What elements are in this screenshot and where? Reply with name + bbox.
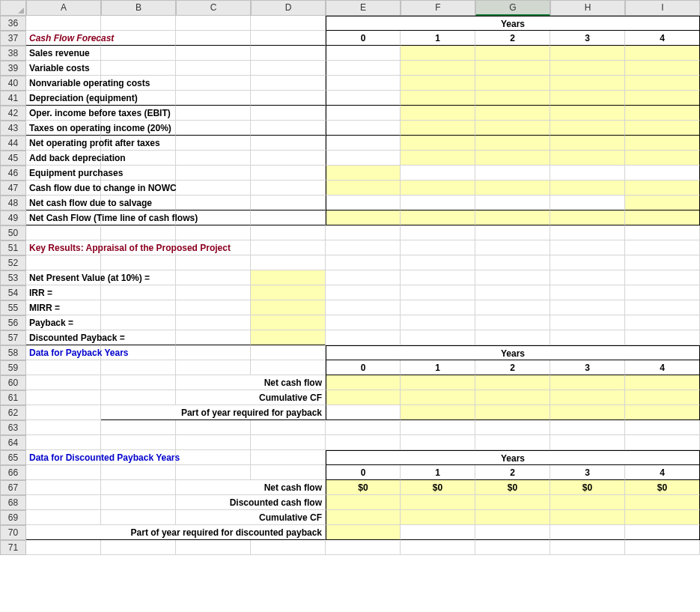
input-cell[interactable]	[625, 375, 700, 390]
cell[interactable]	[625, 330, 700, 345]
cell[interactable]	[326, 240, 401, 255]
input-cell[interactable]	[625, 46, 700, 61]
cell[interactable]	[401, 225, 475, 240]
row-header[interactable]: 67	[0, 480, 26, 495]
cell[interactable]	[251, 435, 326, 450]
input-cell[interactable]	[475, 106, 550, 121]
cell[interactable]	[176, 166, 251, 181]
cell[interactable]	[401, 255, 475, 270]
cell[interactable]	[251, 61, 326, 76]
cell[interactable]	[550, 196, 625, 210]
input-cell[interactable]	[625, 61, 700, 76]
row-label[interactable]: Add back depreciation	[26, 151, 101, 166]
cell[interactable]	[101, 315, 176, 330]
input-cell[interactable]	[401, 375, 475, 390]
input-cell[interactable]	[550, 121, 625, 136]
row-label[interactable]: Payback =	[26, 315, 101, 330]
row-header[interactable]: 65	[0, 450, 26, 465]
cell[interactable]	[625, 300, 700, 315]
cell[interactable]	[101, 420, 176, 435]
row-header[interactable]: 43	[0, 121, 26, 136]
cell[interactable]	[550, 435, 625, 450]
input-cell[interactable]	[475, 495, 550, 510]
cell[interactable]	[26, 405, 101, 420]
years-header[interactable]: Years	[326, 450, 700, 465]
cell[interactable]	[401, 315, 475, 330]
cell[interactable]	[176, 330, 251, 345]
cell[interactable]	[26, 435, 101, 450]
input-cell[interactable]	[401, 151, 475, 166]
input-cell[interactable]	[401, 405, 475, 420]
row-header[interactable]: 41	[0, 91, 26, 106]
input-cell[interactable]	[475, 91, 550, 106]
row-header[interactable]: 52	[0, 255, 26, 270]
cell[interactable]	[176, 315, 251, 330]
input-cell[interactable]	[550, 61, 625, 76]
cell[interactable]	[251, 31, 326, 46]
row-label[interactable]: Nonvariable operating costs	[26, 76, 101, 91]
cell[interactable]	[326, 540, 401, 555]
input-cell[interactable]	[550, 210, 625, 225]
input-cell[interactable]	[401, 46, 475, 61]
row-header[interactable]: 48	[0, 196, 26, 210]
row-label[interactable]: Net Cash Flow (Time line of cash flows)	[26, 210, 101, 225]
cell[interactable]	[625, 255, 700, 270]
cell[interactable]	[326, 106, 401, 121]
row-header[interactable]: 37	[0, 31, 26, 46]
input-cell[interactable]	[550, 390, 625, 405]
row-label[interactable]: Sales revenue	[26, 46, 101, 61]
row-header[interactable]: 57	[0, 330, 26, 345]
cell[interactable]	[26, 375, 101, 390]
cell[interactable]	[251, 181, 326, 196]
value-cell[interactable]: $0	[550, 480, 625, 495]
input-cell[interactable]	[625, 210, 700, 225]
cell[interactable]	[251, 106, 326, 121]
row-label[interactable]: Variable costs	[26, 61, 101, 76]
cell[interactable]	[176, 46, 251, 61]
cell[interactable]	[625, 435, 700, 450]
cell[interactable]	[401, 300, 475, 315]
cell[interactable]	[26, 480, 101, 495]
row-header[interactable]: 45	[0, 151, 26, 166]
row-label[interactable]: IRR =	[26, 285, 101, 300]
input-cell[interactable]	[625, 106, 700, 121]
cell[interactable]	[101, 300, 176, 315]
row-header[interactable]: 68	[0, 495, 26, 510]
cell[interactable]	[550, 330, 625, 345]
cell[interactable]	[101, 480, 176, 495]
section-title[interactable]: Data for Discounted Payback Years	[26, 450, 101, 465]
col-header-H[interactable]: H	[550, 0, 625, 16]
cell[interactable]	[176, 196, 251, 210]
input-cell[interactable]	[401, 121, 475, 136]
cell[interactable]	[475, 255, 550, 270]
row-header[interactable]: 71	[0, 540, 26, 555]
cell[interactable]	[326, 330, 401, 345]
cell[interactable]	[176, 345, 251, 360]
cell[interactable]	[251, 16, 326, 31]
section-title[interactable]: Cash Flow Forecast	[26, 31, 101, 46]
cell[interactable]	[401, 240, 475, 255]
input-cell[interactable]	[475, 121, 550, 136]
cell[interactable]	[475, 540, 550, 555]
years-header[interactable]: Years	[326, 16, 700, 31]
cell[interactable]	[326, 196, 401, 210]
cell[interactable]	[101, 540, 176, 555]
row-label[interactable]: Cumulative CF	[176, 510, 326, 525]
value-cell[interactable]: $0	[625, 480, 700, 495]
cell[interactable]	[176, 255, 251, 270]
cell[interactable]	[550, 300, 625, 315]
row-header[interactable]: 64	[0, 435, 26, 450]
section-title[interactable]: Data for Payback Years	[26, 345, 101, 360]
col-header-I[interactable]: I	[625, 0, 700, 16]
cell[interactable]	[251, 465, 326, 480]
cell[interactable]	[475, 525, 550, 540]
input-cell[interactable]	[550, 405, 625, 420]
cell[interactable]	[326, 76, 401, 91]
input-cell[interactable]	[401, 106, 475, 121]
cell[interactable]	[401, 166, 475, 181]
cell[interactable]	[475, 435, 550, 450]
input-cell[interactable]	[625, 91, 700, 106]
col-header-F[interactable]: F	[401, 0, 475, 16]
input-cell[interactable]	[475, 46, 550, 61]
cell[interactable]	[625, 225, 700, 240]
